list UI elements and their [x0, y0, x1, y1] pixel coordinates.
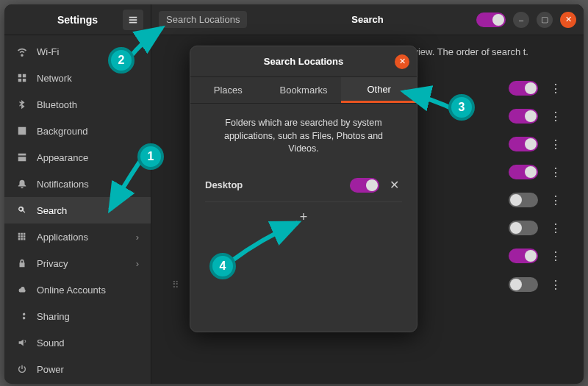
cloud-icon — [16, 285, 28, 295]
apps-icon — [16, 232, 28, 242]
folder-row: Desktop✕ — [205, 174, 402, 197]
sidebar-item-label: Wi-Fi — [37, 46, 59, 57]
annotation-1: 1 — [137, 143, 164, 170]
annotation-arrow-1 — [88, 154, 147, 221]
folder-list: Desktop✕ — [205, 174, 402, 197]
dialog-header: Search Locations ✕ — [190, 46, 417, 77]
more-options-button[interactable]: ⋮ — [550, 221, 559, 235]
result-toggle[interactable] — [509, 249, 538, 263]
sidebar-item-label: Power — [37, 364, 64, 375]
result-toggle[interactable] — [509, 277, 538, 292]
sidebar-item-sharing[interactable]: Sharing — [4, 303, 151, 329]
sidebar-item-label: Appearance — [37, 152, 88, 163]
dialog-description: Folders which are searched by system app… — [205, 117, 402, 174]
sidebar-item-bluetooth[interactable]: Bluetooth — [4, 91, 151, 118]
result-toggle[interactable] — [509, 193, 538, 207]
remove-folder-button[interactable]: ✕ — [387, 178, 402, 192]
annotation-4: 4 — [209, 253, 236, 279]
sidebar-item-label: Background — [37, 126, 87, 137]
chevron-right-icon: › — [136, 258, 139, 269]
sidebar-item-label: Network — [37, 73, 72, 84]
more-options-button[interactable]: ⋮ — [550, 82, 559, 96]
dialog-tabs: PlacesBookmarksOther — [190, 77, 417, 104]
lock-icon — [16, 258, 28, 268]
result-toggle[interactable] — [509, 137, 538, 151]
drag-handle-icon[interactable]: ⠿ — [172, 279, 178, 290]
result-toggle[interactable] — [509, 81, 538, 96]
sidebar-item-power[interactable]: Power — [4, 356, 151, 382]
more-options-button[interactable]: ⋮ — [550, 110, 559, 124]
more-options-button[interactable]: ⋮ — [550, 278, 559, 292]
notif-icon — [16, 179, 28, 189]
sidebar-item-background[interactable]: Background — [4, 118, 151, 144]
sidebar-item-online-accounts[interactable]: Online Accounts — [4, 276, 151, 303]
window-maximize-button[interactable]: ▢ — [537, 12, 553, 28]
share-icon — [16, 311, 28, 321]
sidebar-item-label: Search — [37, 205, 67, 216]
more-options-button[interactable]: ⋮ — [550, 165, 559, 179]
power-icon — [16, 364, 28, 374]
wifi-icon — [16, 46, 28, 57]
page-title: Search — [351, 14, 383, 25]
window-minimize-button[interactable]: – — [513, 12, 529, 28]
dialog-title: Search Locations — [264, 56, 343, 67]
folder-label: Desktop — [205, 179, 343, 190]
sidebar-item-label: Bluetooth — [37, 99, 77, 110]
sidebar-item-label: Online Accounts — [37, 285, 106, 296]
net-icon — [16, 73, 28, 83]
bt-icon — [16, 99, 28, 110]
sound-icon — [16, 337, 28, 348]
search-icon — [16, 205, 28, 215]
result-toggle[interactable] — [509, 165, 538, 179]
sidebar-title: Settings — [32, 14, 123, 26]
main-header: Search Locations Search – ▢ ✕ — [151, 4, 584, 35]
sidebar-item-privacy[interactable]: Privacy› — [4, 250, 151, 276]
annotation-3: 3 — [448, 94, 475, 121]
sidebar-item-label: Sound — [37, 337, 65, 349]
bg-icon — [16, 126, 28, 136]
more-options-button[interactable]: ⋮ — [550, 137, 559, 151]
sidebar-item-applications[interactable]: Applications› — [4, 224, 151, 250]
search-locations-dialog: Search Locations ✕ PlacesBookmarksOther … — [190, 46, 417, 332]
result-toggle[interactable] — [509, 109, 538, 124]
folder-toggle[interactable] — [350, 178, 379, 193]
appear-icon — [16, 152, 28, 162]
window-close-button[interactable]: ✕ — [560, 12, 576, 28]
result-toggle[interactable] — [509, 221, 538, 235]
annotation-2: 2 — [108, 47, 135, 74]
search-master-toggle[interactable] — [476, 12, 506, 27]
sidebar-item-sound[interactable]: Sound — [4, 329, 151, 356]
sidebar-item-label: Privacy — [37, 258, 68, 269]
chevron-right-icon: › — [136, 232, 139, 243]
more-options-button[interactable]: ⋮ — [550, 193, 559, 207]
sidebar-item-label: Sharing — [37, 311, 70, 322]
more-options-button[interactable]: ⋮ — [550, 249, 559, 263]
sidebar-item-label: Applications — [37, 232, 88, 243]
annotation-arrow-4 — [224, 217, 305, 268]
tab-bookmarks[interactable]: Bookmarks — [266, 77, 342, 103]
sidebar-item-label: Notifications — [37, 179, 89, 190]
dialog-close-button[interactable]: ✕ — [395, 54, 409, 69]
tab-places[interactable]: Places — [190, 77, 266, 103]
